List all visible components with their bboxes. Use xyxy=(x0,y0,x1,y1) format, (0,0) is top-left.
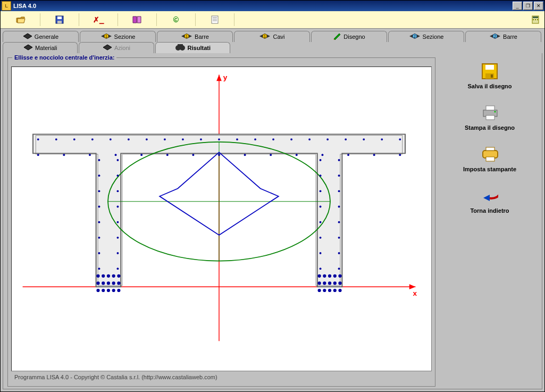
svg-point-98 xyxy=(117,268,119,270)
svg-rect-150 xyxy=(486,106,494,110)
svg-point-82 xyxy=(399,154,401,156)
svg-point-85 xyxy=(98,174,100,177)
svg-point-69 xyxy=(63,154,65,156)
svg-marker-30 xyxy=(24,45,32,50)
tab-sezione[interactable]: 2Sezione xyxy=(388,31,464,42)
svg-point-89 xyxy=(98,206,100,208)
svg-point-119 xyxy=(107,281,110,285)
svg-point-75 xyxy=(218,154,220,156)
svg-point-112 xyxy=(338,252,340,254)
svg-point-140 xyxy=(318,274,321,278)
svg-point-128 xyxy=(112,274,115,278)
svg-point-57 xyxy=(218,138,220,140)
toolbar-document-button[interactable] xyxy=(196,13,234,26)
save-drawing-button[interactable]: Salva il disegno xyxy=(447,63,532,89)
svg-point-77 xyxy=(270,154,272,156)
svg-point-80 xyxy=(347,154,349,156)
svg-point-104 xyxy=(338,190,340,192)
svg-point-102 xyxy=(338,174,340,177)
svg-point-118 xyxy=(102,289,105,292)
svg-text:1: 1 xyxy=(186,35,188,38)
drawing-group: Ellisse e nocciolo centrale d'inerzia: x… xyxy=(7,57,435,387)
back-button[interactable]: Torna indietro xyxy=(447,187,532,214)
drawing-canvas: xy xyxy=(11,66,432,371)
svg-point-127 xyxy=(107,274,110,278)
toolbar-copyright-button[interactable]: © xyxy=(157,13,196,26)
minimize-button[interactable]: _ xyxy=(513,2,522,10)
svg-point-91 xyxy=(98,221,100,223)
svg-point-106 xyxy=(338,206,340,208)
svg-point-123 xyxy=(117,281,120,285)
back-label: Torna indietro xyxy=(470,207,509,214)
tab-cavi[interactable]: 1Cavi xyxy=(234,31,310,42)
svg-marker-22 xyxy=(334,34,340,40)
floppy-yellow-icon xyxy=(481,63,498,80)
svg-point-152 xyxy=(494,111,496,113)
svg-point-97 xyxy=(98,268,100,270)
diamond-1y-icon: 1 xyxy=(100,33,112,40)
svg-point-55 xyxy=(182,138,184,140)
printer-setup-button[interactable]: Imposta stampante xyxy=(447,146,532,172)
toolbar-action1-button[interactable]: ✗⎯ xyxy=(79,13,118,26)
close-button[interactable]: ✕ xyxy=(534,2,543,10)
svg-point-116 xyxy=(96,289,99,292)
svg-point-137 xyxy=(333,289,337,292)
tabs-area: Generale1Sezione1Barre1CaviDisegno2Sezio… xyxy=(1,29,544,53)
svg-point-74 xyxy=(192,154,194,156)
tab-row-1: Generale1Sezione1Barre1CaviDisegno2Sezio… xyxy=(3,31,542,42)
svg-point-59 xyxy=(254,138,256,140)
svg-marker-36 xyxy=(409,284,416,289)
svg-point-107 xyxy=(320,221,322,223)
svg-point-56 xyxy=(200,138,202,140)
tab-generale[interactable]: Generale xyxy=(3,31,79,42)
app-title: LISA 4.0 xyxy=(13,3,512,9)
svg-point-131 xyxy=(318,289,321,292)
diamond-1-icon xyxy=(23,33,32,40)
svg-point-79 xyxy=(322,154,324,156)
svg-point-125 xyxy=(96,274,99,278)
svg-rect-146 xyxy=(485,65,494,70)
svg-point-62 xyxy=(308,138,311,140)
svg-rect-154 xyxy=(486,147,494,151)
svg-point-96 xyxy=(117,252,119,254)
svg-point-142 xyxy=(328,274,331,278)
toolbar-open-button[interactable] xyxy=(2,13,40,26)
svg-point-63 xyxy=(326,138,329,140)
svg-point-111 xyxy=(320,252,322,254)
svg-point-92 xyxy=(117,221,119,223)
copyright-icon: © xyxy=(173,15,179,24)
book-icon xyxy=(132,16,142,23)
print-drawing-button[interactable]: Stampa il disegno xyxy=(447,104,532,131)
svg-rect-148 xyxy=(491,74,493,78)
toolbar-book-button[interactable] xyxy=(118,13,157,26)
side-panel: Salva il disegno Stampa il disegno Impos… xyxy=(438,53,542,389)
tab-disegno[interactable]: Disegno xyxy=(311,31,387,42)
section-diagram: xy xyxy=(12,67,426,346)
svg-point-61 xyxy=(290,138,292,140)
titlebar: L LISA 4.0 _ ❐ ✕ xyxy=(1,1,544,11)
svg-point-109 xyxy=(320,237,322,239)
svg-point-90 xyxy=(117,206,119,208)
diamond-2-icon: 2 xyxy=(489,33,501,40)
print-drawing-label: Stampa il disegno xyxy=(465,124,515,131)
svg-text:x: x xyxy=(413,289,417,297)
tab-barre[interactable]: 2Barre xyxy=(465,31,541,42)
svg-rect-9 xyxy=(533,19,534,20)
svg-point-53 xyxy=(146,138,148,140)
toolbar-save-button[interactable] xyxy=(40,13,79,26)
svg-point-108 xyxy=(338,221,340,223)
svg-rect-34 xyxy=(178,44,183,46)
tab-sezione[interactable]: 1Sezione xyxy=(80,31,156,42)
svg-point-65 xyxy=(363,138,365,140)
svg-point-70 xyxy=(89,154,91,156)
tab-barre[interactable]: 1Barre xyxy=(157,31,233,42)
svg-point-130 xyxy=(318,281,321,285)
maximize-button[interactable]: ❐ xyxy=(523,2,533,10)
svg-marker-156 xyxy=(483,195,490,201)
tab-materiali[interactable]: Materiali xyxy=(3,42,78,53)
tab-risultati[interactable]: Risultati xyxy=(155,42,230,53)
toolbar-calc-button[interactable] xyxy=(527,13,543,26)
svg-point-124 xyxy=(117,289,120,292)
svg-point-50 xyxy=(91,138,94,140)
action-icon: ✗⎯ xyxy=(93,15,104,24)
